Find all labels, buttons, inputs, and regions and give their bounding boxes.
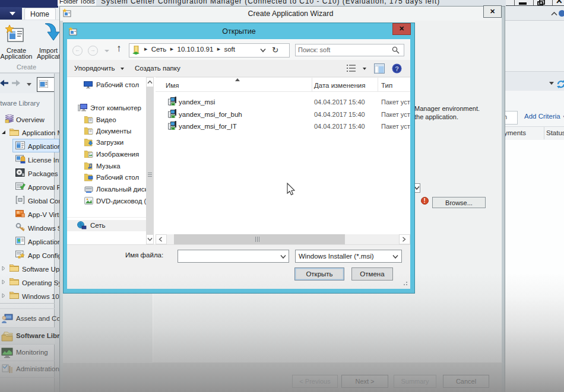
svg-text:?: ? (395, 65, 399, 72)
